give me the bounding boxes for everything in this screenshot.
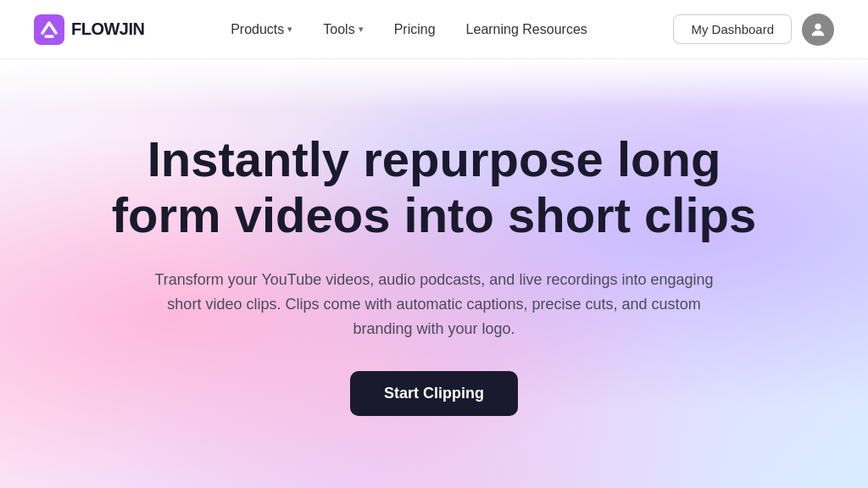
- avatar[interactable]: [802, 14, 834, 46]
- nav-item-products[interactable]: Products ▾: [219, 15, 304, 44]
- svg-rect-0: [34, 14, 64, 45]
- hero-section: Instantly repurpose long form videos int…: [0, 59, 868, 488]
- svg-point-1: [815, 23, 821, 29]
- nav-label-learning-resources: Learning Resources: [466, 22, 587, 37]
- hero-title: Instantly repurpose long form videos int…: [86, 131, 782, 244]
- nav-label-tools: Tools: [323, 22, 354, 37]
- logo[interactable]: FLOWJIN: [34, 14, 145, 45]
- navbar: FLOWJIN Products ▾ Tools ▾ Pricing Learn…: [0, 0, 868, 59]
- nav-label-pricing: Pricing: [394, 22, 436, 37]
- nav-item-pricing[interactable]: Pricing: [382, 15, 448, 44]
- chevron-down-icon: ▾: [287, 24, 292, 35]
- nav-item-learning-resources[interactable]: Learning Resources: [454, 15, 599, 44]
- nav-right: My Dashboard: [673, 14, 834, 46]
- hero-content: Instantly repurpose long form videos int…: [86, 131, 782, 417]
- hero-subtitle: Transform your YouTube videos, audio pod…: [137, 268, 731, 341]
- nav-label-products: Products: [231, 22, 284, 37]
- nav-links: Products ▾ Tools ▾ Pricing Learning Reso…: [219, 15, 599, 44]
- user-icon: [809, 20, 827, 39]
- my-dashboard-button[interactable]: My Dashboard: [673, 14, 792, 44]
- chevron-down-icon: ▾: [359, 24, 364, 35]
- start-clipping-button[interactable]: Start Clipping: [350, 371, 518, 416]
- flowjin-logo-icon: [34, 14, 64, 45]
- logo-wordmark: FLOWJIN: [71, 19, 145, 39]
- nav-item-tools[interactable]: Tools ▾: [311, 15, 375, 44]
